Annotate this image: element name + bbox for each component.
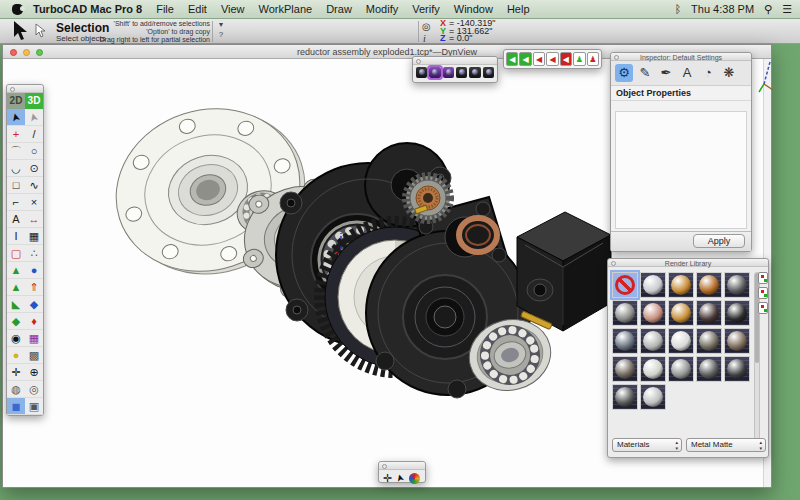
menu-draw[interactable]: Draw bbox=[326, 3, 352, 15]
menu-edit[interactable]: Edit bbox=[188, 3, 207, 15]
material-swatch[interactable] bbox=[668, 300, 694, 326]
library-add-icon[interactable] bbox=[758, 272, 768, 284]
material-swatch[interactable] bbox=[612, 272, 638, 298]
camera-target-icon[interactable] bbox=[483, 67, 494, 78]
point-cloud-tool[interactable]: ∴ bbox=[25, 245, 43, 261]
box-wire-tool[interactable]: ▢ bbox=[7, 245, 25, 261]
pan-tool[interactable]: ✛ bbox=[7, 364, 25, 380]
material-swatch[interactable] bbox=[668, 328, 694, 354]
menu-view[interactable]: View bbox=[221, 3, 245, 15]
material-swatch[interactable] bbox=[640, 328, 666, 354]
info-icon[interactable]: i bbox=[423, 33, 426, 44]
material-swatch[interactable] bbox=[640, 356, 666, 382]
material-swatch[interactable] bbox=[640, 300, 666, 326]
dimension-tool[interactable]: ↔ bbox=[25, 211, 43, 227]
loft-tool[interactable]: ⇑ bbox=[25, 279, 43, 295]
tab-3d[interactable]: 3D bbox=[25, 93, 43, 109]
palette-close-icon[interactable] bbox=[10, 87, 15, 92]
palette-close-icon[interactable] bbox=[416, 59, 421, 64]
hint-dropdown-icon[interactable]: ▾ bbox=[215, 20, 227, 30]
render-library-header[interactable]: Render Library bbox=[608, 259, 768, 267]
cone-tool[interactable]: ▲ bbox=[7, 262, 25, 278]
walkthrough-stop-icon[interactable]: ♟ bbox=[587, 52, 599, 66]
hatch-tool[interactable]: ▦ bbox=[25, 228, 43, 244]
select-arrow-tool[interactable]: ➤ bbox=[7, 109, 25, 125]
library-edit-icon[interactable] bbox=[758, 287, 768, 299]
anim-prev-icon[interactable]: ◀ bbox=[519, 52, 531, 66]
render-swirl-icon[interactable] bbox=[409, 473, 420, 484]
cross-tool[interactable]: × bbox=[25, 194, 43, 210]
sphere-tool[interactable]: ● bbox=[25, 262, 43, 278]
walkthrough-start-icon[interactable]: ♟ bbox=[573, 52, 585, 66]
camera-palette-header[interactable] bbox=[413, 57, 497, 65]
material-swatch[interactable] bbox=[724, 328, 750, 354]
lasso-arrow-tool[interactable]: ➤ bbox=[25, 109, 43, 125]
menu-workplane[interactable]: WorkPlane bbox=[259, 3, 313, 15]
library-remove-icon[interactable] bbox=[758, 302, 768, 314]
tool-palette-header[interactable] bbox=[7, 85, 43, 93]
ellipse-tool[interactable]: ⊙ bbox=[25, 160, 43, 176]
material-swatch[interactable] bbox=[696, 328, 722, 354]
material-swatch[interactable] bbox=[640, 384, 666, 410]
menu-modify[interactable]: Modify bbox=[366, 3, 398, 15]
rectangle-tool[interactable]: □ bbox=[7, 177, 25, 193]
tab-2d[interactable]: 2D bbox=[7, 93, 25, 109]
notification-center-icon[interactable]: ☰ bbox=[782, 3, 792, 16]
menu-verify[interactable]: Verify bbox=[412, 3, 440, 15]
select-arrow-icon[interactable]: ➤ bbox=[394, 472, 408, 483]
apply-button[interactable]: Apply bbox=[693, 234, 745, 248]
camera-view-3-icon[interactable] bbox=[443, 67, 454, 78]
clock[interactable]: Thu 4:38 PM bbox=[691, 3, 754, 15]
material-swatch[interactable] bbox=[724, 356, 750, 382]
leader-tool[interactable]: I bbox=[7, 228, 25, 244]
timer-icon[interactable]: ◔ bbox=[699, 64, 717, 82]
camera-view-5-icon[interactable] bbox=[469, 67, 480, 78]
material-swatch[interactable] bbox=[724, 272, 750, 298]
help-button[interactable]: ? bbox=[215, 30, 227, 40]
material-swatch[interactable] bbox=[668, 272, 694, 298]
library-category-dropdown[interactable]: Materials▴▾ bbox=[612, 438, 682, 452]
camera-view-1-icon[interactable] bbox=[416, 67, 427, 78]
pen-icon[interactable]: ✎ bbox=[636, 64, 654, 82]
axes-icon[interactable]: ❋ bbox=[720, 64, 738, 82]
material-swatch[interactable] bbox=[612, 356, 638, 382]
text-tool[interactable]: A bbox=[7, 211, 25, 227]
material-type-dropdown[interactable]: Metal Matte▴▾ bbox=[686, 438, 766, 452]
app-menu-title[interactable]: TurboCAD Mac Pro 8 bbox=[33, 3, 142, 15]
compass-icon[interactable]: ◎ bbox=[422, 21, 431, 32]
anim-first-icon[interactable]: ◀ bbox=[506, 52, 518, 66]
menu-file[interactable]: File bbox=[156, 3, 174, 15]
properties-gear-icon[interactable]: ⚙ bbox=[615, 64, 633, 82]
text-style-icon[interactable]: A bbox=[678, 64, 696, 82]
bluetooth-icon[interactable]: ᛒ bbox=[674, 3, 681, 15]
assemble-tool[interactable]: ▦ bbox=[25, 330, 43, 346]
line-tool[interactable]: / bbox=[25, 126, 43, 142]
palette-close-icon[interactable] bbox=[382, 464, 387, 469]
point-tool[interactable]: + bbox=[7, 126, 25, 142]
menu-help[interactable]: Help bbox=[507, 3, 530, 15]
circle-tool[interactable]: ○ bbox=[25, 143, 43, 159]
material-swatch[interactable] bbox=[696, 300, 722, 326]
arc-tool[interactable]: ⌒ bbox=[7, 143, 25, 159]
orbit-tool[interactable]: ◍ bbox=[7, 381, 25, 397]
apple-icon[interactable] bbox=[12, 4, 23, 15]
shaded-view-tool[interactable]: ◼ bbox=[7, 398, 25, 414]
material-swatch[interactable] bbox=[668, 356, 694, 382]
sweep-tool[interactable]: ◣ bbox=[7, 296, 25, 312]
material-swatch[interactable] bbox=[724, 300, 750, 326]
material-swatch[interactable] bbox=[612, 384, 638, 410]
wire-view-tool[interactable]: ▣ bbox=[25, 398, 43, 414]
material-swatch[interactable] bbox=[696, 272, 722, 298]
close-button[interactable] bbox=[10, 49, 17, 56]
anim-step-icon[interactable]: ◀ bbox=[533, 52, 545, 66]
camera-video-icon[interactable] bbox=[456, 67, 467, 78]
menu-window[interactable]: Window bbox=[454, 3, 493, 15]
assembly-drawing[interactable] bbox=[85, 85, 630, 465]
cube-tool[interactable]: ◆ bbox=[25, 296, 43, 312]
view-sphere-tool[interactable]: ◎ bbox=[25, 381, 43, 397]
polyline-tool[interactable]: ⌐ bbox=[7, 194, 25, 210]
material-spheres-tool[interactable]: ● bbox=[7, 347, 25, 363]
material-swatch[interactable] bbox=[612, 328, 638, 354]
boolean-subtract-tool[interactable]: ♦ bbox=[25, 313, 43, 329]
surface-tool[interactable]: ▲ bbox=[7, 279, 25, 295]
